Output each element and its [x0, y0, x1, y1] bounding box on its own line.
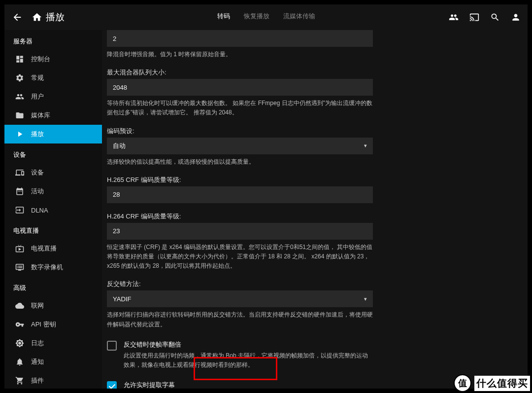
sidebar-item-label: 通知 — [31, 357, 44, 366]
group-icon — [449, 12, 459, 22]
sidebar-item-label: 联网 — [31, 301, 44, 310]
devices-icon — [15, 168, 24, 177]
audio-boost-input[interactable] — [107, 30, 373, 47]
h264-crf-input[interactable] — [107, 223, 373, 240]
select-value: 自动 — [113, 142, 126, 150]
key-icon — [15, 320, 24, 329]
sidebar-item-label: API 密钥 — [31, 320, 56, 329]
cast-icon — [469, 12, 479, 22]
sidebar-item-notifications[interactable]: 通知 — [4, 353, 102, 371]
sidebar-item-networking[interactable]: 联网 — [4, 296, 102, 315]
sidebar-item-users[interactable]: 用户 — [4, 87, 102, 106]
home-button[interactable] — [27, 7, 47, 27]
helper-text: 恒定速率因子 (CRF) 是 x264 编码器的默认质量设置。您可以设置介于0和… — [107, 243, 373, 271]
dashboard-icon — [15, 55, 24, 64]
sidebar-item-library[interactable]: 媒体库 — [4, 106, 102, 125]
sidebar-item-label: 电视直播 — [31, 244, 57, 253]
sidebar-item-livetv[interactable]: 电视直播 — [4, 239, 102, 258]
sidebar-item-label: 设备 — [31, 168, 44, 177]
sidebar-item-label: 控制台 — [31, 55, 50, 64]
field-label: 反交错方法: — [107, 280, 373, 288]
sidebar-item-label: 媒体库 — [31, 111, 50, 120]
sidebar-item-plugins[interactable]: 插件 — [4, 371, 102, 389]
tab-streaming[interactable]: 流媒体传输 — [283, 12, 315, 23]
livetv-icon — [15, 244, 24, 253]
tabs: 转码 恢复播放 流媒体传输 — [217, 12, 315, 23]
cloud-icon — [15, 301, 24, 310]
sidebar-item-dashboard[interactable]: 控制台 — [4, 50, 102, 69]
back-button[interactable] — [7, 7, 27, 27]
helper-text: 选择较快的值以提高性能，或选择较慢的值以提高质量。 — [107, 157, 373, 167]
checkbox-extract-subtitles[interactable]: 允许实时提取字幕 为避免视频转码，可以从视频中提取内置的字幕，并以纯文本的形式发… — [107, 381, 373, 389]
dvr-icon — [15, 263, 24, 272]
date-icon — [15, 187, 24, 196]
watermark-text: 什么值得买 — [474, 376, 530, 391]
play-icon — [15, 130, 24, 139]
sidebar-item-devices[interactable]: 设备 — [4, 163, 102, 182]
checkbox[interactable] — [107, 381, 117, 389]
field-label: H.264 CRF 编码质量等级: — [107, 212, 373, 221]
page-title: 播放 — [46, 11, 65, 24]
sidebar-item-apikeys[interactable]: API 密钥 — [4, 315, 102, 334]
sidebar-section-advanced: 高级 — [4, 277, 102, 296]
sidebar-item-label: 用户 — [31, 92, 44, 101]
sidebar-item-label: 常规 — [31, 73, 44, 82]
input-icon — [15, 206, 24, 214]
sidebar-item-label: 日志 — [31, 339, 44, 348]
watermark: 值 什么值得买 — [454, 374, 530, 392]
home-icon — [32, 12, 42, 23]
helper-text: 选择对隔行扫描内容进行软转码时所用的反交错方法。当启用支持硬件反交错的硬件加速后… — [107, 310, 373, 329]
arrow-left-icon — [12, 12, 23, 23]
search-button[interactable] — [485, 7, 505, 27]
h265-crf-input[interactable] — [107, 186, 373, 203]
sidebar-item-dvr[interactable]: 数字录像机 — [4, 258, 102, 277]
preset-select[interactable]: 自动 ▾ — [107, 138, 373, 154]
sidebar-item-general[interactable]: 常规 — [4, 69, 102, 87]
field-label: H.265 CRF 编码质量等级: — [107, 176, 373, 184]
helper-text: 等待所有流初始化时可以缓冲的最大数据包数。 如果您在 FFmpeg 日志中仍然遇… — [107, 99, 373, 117]
field-label: 编码预设: — [107, 127, 373, 136]
watermark-badge: 值 — [454, 374, 471, 392]
tab-resume[interactable]: 恢复播放 — [244, 12, 269, 23]
deinterlace-select[interactable]: YADIF ▾ — [107, 290, 373, 307]
sidebar-section-devices: 设备 — [4, 143, 102, 163]
bell-icon — [15, 357, 24, 366]
cast-button[interactable] — [465, 7, 484, 27]
sidebar-item-label: 活动 — [31, 187, 44, 196]
chevron-down-icon: ▾ — [364, 296, 367, 302]
sidebar-section-server: 服务器 — [4, 30, 102, 50]
sidebar-item-playback[interactable]: 播放 — [4, 125, 102, 143]
brightness-icon — [15, 339, 24, 348]
group-button[interactable] — [444, 7, 464, 27]
users-icon — [15, 92, 24, 101]
sidebar-item-label: DLNA — [31, 207, 48, 214]
max-queue-input[interactable] — [107, 79, 373, 96]
checkbox-label: 允许实时提取字幕 — [124, 381, 373, 389]
user-icon — [511, 12, 521, 22]
sidebar-item-label: 播放 — [31, 130, 44, 139]
select-value: YADIF — [113, 295, 131, 303]
sidebar-section-livetv: 电视直播 — [4, 219, 102, 239]
helper-text: 此设置使用去隔行时的场频，通常称为 Bob 去隔行，它将视频的帧频加倍，以提供完… — [124, 351, 373, 370]
helper-text: 降混音时增强音频。值为 1 时将保留原始音量。 — [107, 50, 373, 59]
topbar: 播放 转码 恢复播放 流媒体传输 — [4, 4, 528, 30]
sidebar-item-dlna[interactable]: DLNA — [4, 201, 102, 219]
folder-icon — [15, 111, 24, 120]
cart-icon — [15, 376, 24, 385]
main-content: 降混音时增强音频。值为 1 时将保留原始音量。 最大混合器队列大小: 等待所有流… — [102, 30, 528, 389]
checkbox-double-framerate[interactable]: 反交错时使帧率翻倍 此设置使用去隔行时的场频，通常称为 Bob 去隔行，它将视频… — [107, 340, 373, 370]
sidebar-item-label: 插件 — [31, 376, 44, 385]
tab-transcoding[interactable]: 转码 — [217, 12, 230, 23]
gear-icon — [15, 73, 24, 82]
chevron-down-icon: ▾ — [364, 143, 367, 149]
user-button[interactable] — [506, 7, 526, 27]
sidebar-item-logs[interactable]: 日志 — [4, 334, 102, 353]
search-icon — [490, 12, 500, 22]
checkbox[interactable] — [107, 341, 117, 351]
sidebar-item-label: 数字录像机 — [31, 263, 63, 272]
checkbox-label: 反交错时使帧率翻倍 — [124, 340, 373, 349]
field-label: 最大混合器队列大小: — [107, 68, 373, 77]
sidebar-item-activity[interactable]: 活动 — [4, 182, 102, 201]
sidebar: 服务器 控制台 常规 用户 媒体库 播放 设备 设备 活动 DLNA 电视直播 … — [4, 30, 102, 389]
